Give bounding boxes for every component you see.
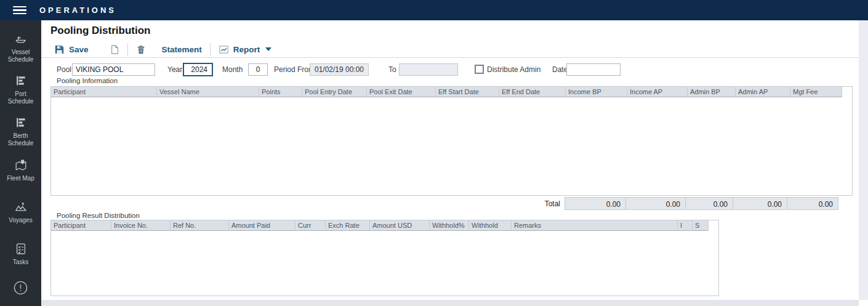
vertical-scrollbar[interactable] — [859, 20, 868, 300]
column-header: Admin AP — [736, 87, 790, 97]
date-input[interactable] — [566, 63, 621, 76]
gantt-icon — [14, 116, 28, 129]
total-label: Total — [50, 197, 565, 210]
column-header: Pool Exit Date — [367, 87, 436, 97]
column-header: Vessel Name — [157, 87, 259, 97]
checklist-icon — [14, 242, 28, 256]
column-header: I — [678, 220, 693, 231]
pooling-result-body[interactable] — [51, 231, 718, 296]
distribute-admin-label: Distribute Admin — [487, 65, 540, 74]
column-header: Withhold — [469, 220, 512, 231]
column-header: Pool Entry Date — [302, 87, 367, 97]
sidebar-nav: Vessel Schedule Port Schedule Berth Sche… — [0, 20, 41, 306]
pool-input[interactable] — [72, 63, 155, 76]
report-chart-icon — [219, 44, 229, 55]
sidebar-item-label: Fleet Map — [2, 175, 40, 182]
column-header: Income BP — [566, 87, 627, 97]
save-button[interactable]: Save — [54, 44, 89, 55]
alert-circle-icon — [13, 280, 28, 296]
trash-icon — [136, 44, 146, 55]
main-content: Pooling Distribution Save — [41, 20, 859, 300]
sidebar-item-label: Port Schedule — [2, 91, 40, 105]
ship-icon — [14, 32, 28, 46]
sidebar-item-label: Tasks — [2, 259, 40, 266]
save-button-label: Save — [69, 45, 89, 54]
sidebar-item-label: Voyages — [2, 217, 40, 224]
sidebar-item-voyages[interactable]: Voyages — [0, 196, 41, 238]
toolbar-separator — [127, 43, 128, 55]
statement-button[interactable]: Statement — [162, 45, 202, 54]
pooling-result-distribution-caption: Pooling Result Distribution — [57, 212, 140, 219]
column-header: Eff Start Date — [436, 87, 499, 97]
month-input[interactable] — [248, 63, 268, 76]
sidebar-item-fleet-map[interactable]: Fleet Map — [0, 154, 41, 196]
pooling-information-grid: Participant Vessel Name Points Pool Entr… — [50, 86, 853, 196]
column-header: Participant — [51, 220, 111, 231]
page-title: Pooling Distribution — [50, 25, 150, 37]
toolbar-separator — [210, 43, 211, 55]
column-header: Invoice No. — [111, 220, 171, 231]
statement-button-label: Statement — [162, 45, 202, 54]
column-header: Amount Paid — [229, 220, 295, 231]
sidebar-item-label: Berth Schedule — [2, 132, 40, 147]
total-admin-ap: 0.00 — [733, 197, 787, 210]
column-header: Eff End Date — [499, 87, 566, 97]
app-title: OPERATIONS — [39, 6, 116, 15]
delete-button[interactable] — [136, 44, 146, 55]
new-record-button[interactable] — [110, 44, 119, 55]
column-header: Amount USD — [370, 220, 430, 231]
date-label: Date — [552, 65, 568, 74]
header-spacer — [842, 87, 852, 97]
total-income-ap: 0.00 — [625, 197, 686, 210]
period-to-input[interactable] — [399, 63, 458, 76]
column-header: S — [693, 220, 709, 231]
pool-form: Pool Year Month Period From To Distribut… — [41, 63, 859, 78]
totals-row: Total 0.00 0.00 0.00 0.00 0.00 — [50, 197, 853, 210]
column-header: Admin BP — [688, 87, 736, 97]
sidebar-item-label: Vessel Schedule — [2, 49, 40, 63]
column-header: Ref No. — [171, 220, 229, 231]
chevron-down-icon — [265, 47, 271, 51]
pooling-information-caption: Pooling Information — [57, 77, 118, 84]
new-document-icon — [110, 44, 119, 55]
sidebar-item-vessel-schedule[interactable]: Vessel Schedule — [0, 28, 41, 70]
sidebar-item-alerts[interactable] — [0, 276, 41, 306]
hamburger-menu-icon[interactable] — [13, 4, 26, 17]
horizontal-scrollbar[interactable] — [41, 300, 859, 306]
sidebar-item-tasks[interactable]: Tasks — [0, 238, 41, 280]
year-input[interactable] — [183, 63, 213, 76]
column-header: Curr — [295, 220, 326, 231]
sidebar-item-port-schedule[interactable]: Port Schedule — [0, 70, 41, 111]
period-from-input[interactable] — [310, 63, 369, 76]
total-income-bp: 0.00 — [565, 197, 626, 210]
pooling-information-body[interactable] — [51, 97, 852, 195]
toolbar-divider — [41, 57, 859, 58]
column-header: Exch Rate — [326, 220, 370, 231]
map-pin-icon — [14, 158, 28, 172]
period-to-label: To — [388, 65, 396, 74]
app-root: OPERATIONS Vessel Schedule Port Schedule… — [0, 0, 868, 306]
gantt-icon — [14, 74, 28, 87]
column-header: Mgt Fee — [790, 87, 842, 97]
floppy-disk-icon — [54, 44, 65, 55]
pooling-information-header-row: Participant Vessel Name Points Pool Entr… — [51, 87, 852, 97]
top-bar: OPERATIONS — [0, 0, 868, 20]
pool-label: Pool — [57, 65, 71, 74]
report-button-label: Report — [233, 45, 260, 54]
column-header: Participant — [51, 87, 157, 97]
pooling-result-distribution-grid: Participant Invoice No. Ref No. Amount P… — [50, 220, 719, 296]
mountains-route-icon — [14, 200, 28, 214]
column-header: Remarks — [512, 220, 678, 231]
sidebar-item-berth-schedule[interactable]: Berth Schedule — [0, 111, 41, 153]
report-dropdown-button[interactable]: Report — [219, 44, 272, 55]
month-label: Month — [222, 65, 243, 74]
total-mgt-fee: 0.00 — [787, 197, 838, 210]
period-from-label: Period From — [274, 65, 315, 74]
year-label: Year — [167, 65, 182, 74]
distribute-admin-checkbox[interactable] — [475, 65, 484, 74]
column-header: Points — [259, 87, 302, 97]
header-spacer — [709, 220, 718, 231]
column-header: Income AP — [627, 87, 688, 97]
column-header: Withhold% — [430, 220, 469, 231]
total-admin-bp: 0.00 — [685, 197, 733, 210]
